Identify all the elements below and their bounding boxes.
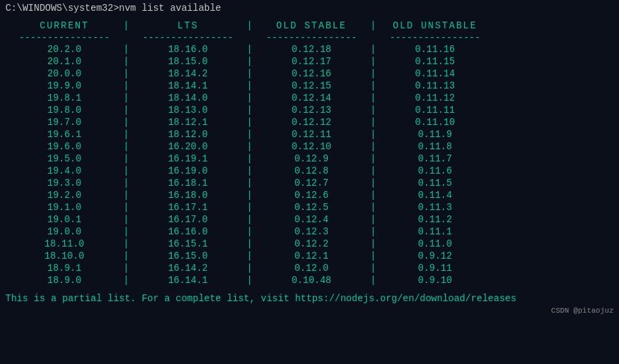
table-row: 19.9.0|18.14.1|0.12.15|0.11.13	[5, 80, 494, 92]
col-sep: |	[247, 201, 252, 213]
col-sep: |	[247, 80, 252, 92]
col-sep: |	[123, 238, 128, 250]
col-sep: |	[123, 92, 128, 104]
cell: 0.12.9	[253, 153, 370, 165]
col-sep: |	[247, 104, 252, 116]
table-row: 19.8.0|18.13.0|0.12.13|0.11.11	[5, 104, 494, 116]
col-sep: |	[247, 140, 252, 153]
col-sep: |	[123, 128, 128, 140]
cell: 0.11.1	[376, 226, 493, 238]
col-sep: |	[123, 250, 128, 262]
cell: 19.8.0	[5, 104, 123, 116]
watermark: CSDN @pitaojuz	[0, 307, 619, 316]
cell: 16.16.0	[129, 226, 247, 238]
table-row: 19.0.1|16.17.0|0.12.4|0.11.2	[5, 213, 494, 226]
cell: 0.12.10	[253, 140, 370, 153]
footer-line: This is a partial list. For a complete l…	[0, 289, 619, 307]
col-sep: |	[123, 274, 128, 286]
cell: 0.11.5	[376, 177, 493, 189]
cell: 18.14.2	[129, 68, 247, 80]
col-sep: |	[247, 250, 252, 262]
col-sep: |	[123, 226, 128, 238]
col-sep: |	[247, 262, 252, 274]
cell: 0.11.4	[376, 189, 493, 201]
col-sep: |	[370, 213, 376, 226]
cell: 0.12.7	[253, 177, 370, 189]
divider-1: ----------------	[5, 32, 123, 43]
cell: 19.0.0	[5, 226, 123, 238]
cell: 0.12.5	[253, 201, 370, 213]
cell: 16.15.1	[129, 238, 247, 250]
cell: 0.11.7	[376, 153, 493, 165]
col-sep: |	[123, 43, 128, 55]
cell: 18.9.1	[5, 262, 123, 274]
col-sep: |	[123, 68, 128, 80]
cell: 0.11.11	[376, 104, 493, 116]
table-row: 20.2.0|18.16.0|0.12.18|0.11.16	[5, 43, 494, 55]
cell: 18.15.0	[129, 55, 247, 68]
col-sep: |	[247, 55, 252, 68]
divider-row: ---------------- ---------------- ------…	[5, 32, 494, 43]
col-sep: |	[370, 68, 376, 80]
col-sep: |	[123, 165, 128, 177]
cell: 0.11.16	[376, 43, 493, 55]
cell: 16.19.0	[129, 165, 247, 177]
col-sep: |	[123, 55, 128, 68]
col-sep: |	[247, 43, 252, 55]
col-sep-d2	[247, 32, 252, 43]
cell: 16.17.0	[129, 213, 247, 226]
cell: 19.6.1	[5, 128, 123, 140]
cell: 20.0.0	[5, 68, 123, 80]
cell: 0.12.16	[253, 68, 370, 80]
col-sep: |	[247, 177, 252, 189]
cell: 0.12.11	[253, 128, 370, 140]
col-sep: |	[247, 92, 252, 104]
cell: 0.12.15	[253, 80, 370, 92]
col-header-lts: LTS	[129, 19, 247, 32]
command-line: C:\WINDOWS\system32>nvm list available	[0, 0, 619, 16]
col-sep: |	[370, 92, 376, 104]
cell: 18.12.1	[129, 116, 247, 128]
cell: 19.8.1	[5, 92, 123, 104]
table-row: 19.0.0|16.16.0|0.12.3|0.11.1	[5, 226, 494, 238]
divider-4: ----------------	[376, 32, 493, 43]
cell: 0.12.14	[253, 92, 370, 104]
col-sep: |	[247, 68, 252, 80]
cell: 19.1.0	[5, 201, 123, 213]
col-sep: |	[370, 153, 376, 165]
cell: 0.11.6	[376, 165, 493, 177]
col-sep: |	[370, 165, 376, 177]
cell: 0.12.18	[253, 43, 370, 55]
col-sep: |	[123, 80, 128, 92]
cell: 16.17.1	[129, 201, 247, 213]
col-sep: |	[370, 238, 376, 250]
table-container: CURRENT | LTS | OLD STABLE | OLD UNSTABL…	[0, 16, 619, 289]
table-row: 19.6.1|18.12.0|0.12.11|0.11.9	[5, 128, 494, 140]
cell: 18.12.0	[129, 128, 247, 140]
col-sep: |	[123, 140, 128, 153]
col-sep: |	[123, 177, 128, 189]
cell: 0.10.48	[253, 274, 370, 286]
col-sep: |	[247, 274, 252, 286]
table-row: 19.4.0|16.19.0|0.12.8|0.11.6	[5, 165, 494, 177]
col-sep: |	[123, 189, 128, 201]
col-sep: |	[247, 189, 252, 201]
cell: 0.9.10	[376, 274, 493, 286]
cell: 20.2.0	[5, 43, 123, 55]
version-table: CURRENT | LTS | OLD STABLE | OLD UNSTABL…	[5, 19, 494, 286]
cell: 18.16.0	[129, 43, 247, 55]
cell: 16.19.1	[129, 153, 247, 165]
col-sep: |	[247, 238, 252, 250]
cell: 16.14.1	[129, 274, 247, 286]
col-sep: |	[123, 262, 128, 274]
table-row: 19.5.0|16.19.1|0.12.9|0.11.7	[5, 153, 494, 165]
col-sep: |	[370, 116, 376, 128]
cell: 0.11.9	[376, 128, 493, 140]
cell: 0.12.12	[253, 116, 370, 128]
header-row: CURRENT | LTS | OLD STABLE | OLD UNSTABL…	[5, 19, 494, 32]
table-row: 18.9.1|16.14.2|0.12.0|0.9.11	[5, 262, 494, 274]
col-sep: |	[123, 116, 128, 128]
cell: 16.18.1	[129, 177, 247, 189]
col-sep: |	[370, 177, 376, 189]
cell: 19.9.0	[5, 80, 123, 92]
